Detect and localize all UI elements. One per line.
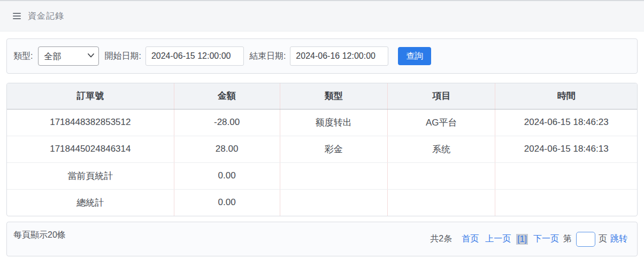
first-page-link[interactable]: 首页 <box>462 233 479 245</box>
type-select[interactable]: 全部 <box>38 46 99 66</box>
jump-page-input[interactable] <box>576 232 595 247</box>
hamburger-menu-icon[interactable] <box>13 13 21 19</box>
table-row: 1718448382853512 -28.00 额度转出 AG平台 2024-0… <box>7 109 637 136</box>
cell-type: 额度转出 <box>280 109 387 136</box>
summary-row-current-page: 當前頁統計 0.00 <box>7 162 637 189</box>
summary-amount: 0.00 <box>174 162 280 189</box>
cell-item: 系统 <box>387 136 495 162</box>
col-header-time: 時間 <box>495 83 637 109</box>
footer-bar: 每頁顯示20條 共2条 首页 上一页 [1] 下一页 第 页 跳转 <box>6 222 638 256</box>
table-row: 1718445024846314 28.00 彩金 系统 2024-06-15 … <box>7 136 637 162</box>
col-header-order-no: 訂單號 <box>7 83 174 109</box>
cell-time: 2024-06-15 18:46:13 <box>495 136 637 162</box>
jump-prefix-label: 第 <box>563 233 572 245</box>
records-table-panel: 訂單號 金額 類型 項目 時間 1718448382853512 -28.00 … <box>6 83 638 216</box>
prev-page-link[interactable]: 上一页 <box>485 233 511 245</box>
summary-label: 總統計 <box>7 189 174 216</box>
col-header-amount: 金額 <box>174 83 280 109</box>
cell-order-no: 1718445024846314 <box>7 136 174 162</box>
summary-row-total: 總統計 0.00 <box>7 189 637 216</box>
records-table: 訂單號 金額 類型 項目 時間 1718448382853512 -28.00 … <box>7 83 637 216</box>
cell-order-no: 1718448382853512 <box>7 109 174 136</box>
cell-time: 2024-06-15 18:46:23 <box>495 109 637 136</box>
start-date-input[interactable] <box>145 46 244 66</box>
cell-type: 彩金 <box>280 136 387 162</box>
jump-suffix-label: 页 <box>599 233 607 245</box>
type-select-wrap: 全部 <box>38 46 99 66</box>
jump-link[interactable]: 跳转 <box>610 233 627 245</box>
cell-item: AG平台 <box>387 109 495 136</box>
col-header-item: 項目 <box>387 83 495 109</box>
summary-amount: 0.00 <box>174 189 280 216</box>
cell-amount: -28.00 <box>174 109 280 136</box>
col-header-type: 類型 <box>280 83 387 109</box>
cell-amount: 28.00 <box>174 136 280 162</box>
search-button[interactable]: 查詢 <box>398 47 431 65</box>
total-count-text: 共2条 <box>430 233 452 245</box>
type-label: 類型: <box>13 51 33 62</box>
pagination: 共2条 首页 上一页 [1] 下一页 第 页 跳转 <box>430 232 631 247</box>
end-date-input[interactable] <box>290 46 388 66</box>
page-size-text: 每頁顯示20條 <box>13 230 66 241</box>
table-header-row: 訂單號 金額 類型 項目 時間 <box>7 83 637 109</box>
end-date-label: 結束日期: <box>249 51 286 62</box>
page-title: 資金記錄 <box>28 11 64 22</box>
topbar: 資金記錄 <box>0 0 644 32</box>
start-date-label: 開始日期: <box>104 51 141 62</box>
filter-bar: 類型: 全部 開始日期: 結束日期: 查詢 <box>6 38 638 74</box>
summary-label: 當前頁統計 <box>7 162 174 189</box>
next-page-link[interactable]: 下一页 <box>533 233 559 245</box>
current-page-indicator: [1] <box>516 234 528 245</box>
